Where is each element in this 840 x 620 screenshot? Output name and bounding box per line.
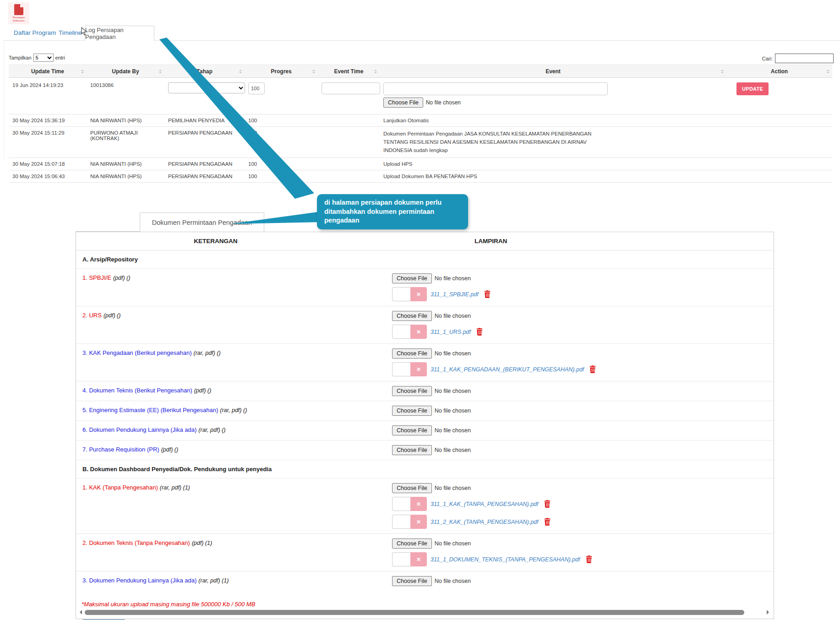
- upload-size-note: *Maksimal ukuran upload masing masing fi…: [76, 591, 774, 608]
- tab-daftar-program[interactable]: Daftar Program: [14, 29, 56, 36]
- trash-icon[interactable]: [544, 500, 551, 508]
- choose-file-button[interactable]: Choose File: [392, 445, 432, 455]
- choose-file-button[interactable]: Choose File: [392, 425, 432, 435]
- mouse-cursor-icon: [81, 27, 87, 36]
- log-table-header-row: Update Time Update By Tahap Progres Even…: [9, 65, 832, 78]
- search-input[interactable]: [775, 54, 834, 63]
- event-text-input[interactable]: [383, 82, 608, 95]
- event-time-input[interactable]: [322, 82, 380, 94]
- tab-bar: Daftar Program Timeline Log Persiapan Pe…: [4, 26, 840, 41]
- remove-attachment-button[interactable]: [410, 325, 427, 339]
- doc-item-label[interactable]: 5. Enginering Estimaste (EE) (Berikut Pe…: [82, 407, 218, 413]
- tahap-cell: PEMILIHAN PENYEDIA: [164, 114, 245, 127]
- progres-input[interactable]: [248, 82, 265, 94]
- scroll-left-icon[interactable]: [80, 610, 82, 615]
- doc-item-row: 4. Dokumen Teknis (Berikut Pengesahan)(p…: [76, 381, 774, 401]
- no-file-chosen-label: No file chosen: [435, 275, 471, 282]
- doc-item-meta: (pdf) (): [104, 312, 121, 319]
- page-length-select[interactable]: 5: [33, 54, 54, 62]
- no-file-chosen-label: No file chosen: [435, 447, 471, 453]
- tab-timeline[interactable]: Timeline: [59, 29, 82, 36]
- doc-item-label[interactable]: 1. KAK (Tanpa Pengesahan): [82, 484, 158, 491]
- col-update-by[interactable]: Update By: [87, 65, 164, 78]
- col-action[interactable]: Action: [726, 65, 832, 78]
- event-time-cell: [318, 158, 380, 170]
- trash-icon[interactable]: [544, 518, 551, 526]
- remove-attachment-button[interactable]: [410, 362, 427, 376]
- doc-table-header: KETERANGAN LAMPIRAN: [76, 232, 774, 250]
- remove-attachment-button[interactable]: [410, 497, 427, 511]
- doc-item-label[interactable]: 4. Dokumen Teknis (Berikut Pengesahan): [82, 387, 192, 394]
- col-tahap[interactable]: Tahap: [164, 65, 245, 78]
- tab-log-persiapan-pengadaan[interactable]: Log Persiapan Pengadaan: [85, 26, 154, 41]
- tab-dokumen-permintaan-pengadaan[interactable]: Dokumen Permintaan Pengadaan: [140, 212, 264, 232]
- remove-attachment-button[interactable]: [410, 287, 427, 301]
- attachment-box[interactable]: [392, 362, 410, 376]
- doc-item-label[interactable]: 3. KAK Pengadaan (Berikut pengesahan): [82, 349, 192, 356]
- choose-file-button[interactable]: Choose File: [392, 406, 432, 416]
- doc-item-label[interactable]: 2. Dokumen Teknis (Tanpa Pengesahan): [82, 539, 190, 546]
- attachment-file-link[interactable]: 311_2_KAK_(TANPA_PENGESAHAN).pdf: [431, 519, 539, 525]
- log-row: 30 May 2024 15:11:29 PURWONO ATMAJI (KON…: [9, 127, 832, 158]
- update-time-cell: 30 May 2024 15:06:43: [9, 170, 87, 183]
- trash-icon[interactable]: [476, 328, 483, 336]
- trash-icon[interactable]: [484, 290, 491, 298]
- scroll-right-icon[interactable]: [767, 610, 769, 615]
- event-cell: Dokumen Permintaan Pengadaan JASA KONSUL…: [380, 127, 726, 158]
- log-table: Update Time Update By Tahap Progres Even…: [9, 65, 832, 183]
- attachment-box[interactable]: [392, 515, 410, 529]
- doc-item-label[interactable]: 1. SPBJI/E: [82, 274, 111, 281]
- progres-cell: 100: [245, 170, 318, 183]
- update-time-cell: 30 May 2024 15:07:18: [9, 158, 87, 170]
- doc-item-meta: (pdf) (): [194, 387, 212, 394]
- attachment-file-link[interactable]: 311_1_DOKUMEN_TEKNIS_(TANPA_PENGESAHAN).…: [431, 556, 580, 563]
- attachment-box[interactable]: [392, 287, 410, 301]
- choose-file-button[interactable]: Choose File: [392, 483, 432, 493]
- col-update-time[interactable]: Update Time: [9, 65, 87, 78]
- attachment-file-link[interactable]: 311_1_SPBJIE.pdf: [431, 291, 479, 298]
- sort-icon: [374, 70, 377, 73]
- remove-attachment-button[interactable]: [410, 552, 427, 566]
- attachment-file-link[interactable]: 311_1_KAK_PENGADAAN_(BERIKUT_PENGESAHAN)…: [431, 366, 584, 373]
- doc-item-row: 2. Dokumen Teknis (Tanpa Pengesahan)(pdf…: [76, 534, 774, 571]
- doc-item-label[interactable]: 2. URS: [82, 312, 102, 319]
- doc-item-label[interactable]: 3. Dokumen Pendukung Lainnya (Jika ada): [82, 577, 196, 584]
- no-file-chosen-label: No file chosen: [435, 485, 471, 491]
- annotation-callout: di halaman persiapan dokumen perlu ditam…: [317, 194, 468, 229]
- choose-file-button[interactable]: Choose File: [392, 273, 432, 283]
- attachment-box[interactable]: [392, 497, 410, 511]
- event-time-cell: [318, 170, 380, 183]
- choose-file-button[interactable]: Choose File: [392, 538, 432, 549]
- doc-item-label[interactable]: 6. Dokumen Pendukung Lainnya (Jika ada): [82, 426, 196, 433]
- update-button[interactable]: UPDATE: [736, 82, 769, 95]
- choose-file-button[interactable]: Choose File: [392, 386, 432, 396]
- horizontal-scrollbar[interactable]: [80, 609, 769, 615]
- trash-icon[interactable]: [586, 555, 592, 563]
- tahap-select[interactable]: [168, 82, 245, 93]
- keterangan-header: KETERANGAN: [76, 238, 355, 245]
- scrollbar-thumb[interactable]: [85, 610, 744, 615]
- log-persiapan-panel: Tampilkan 5 entri Cari: Update Time Upda…: [4, 41, 840, 159]
- choose-file-button[interactable]: Choose File: [383, 98, 423, 108]
- doc-item-label[interactable]: 7. Purchase Requisition (PR): [82, 446, 159, 453]
- col-event-time[interactable]: Event Time: [318, 65, 380, 78]
- col-progres[interactable]: Progres: [245, 65, 318, 78]
- attachment-row: 311_1_KAK_(TANPA_PENGESAHAN).pdf: [392, 497, 774, 511]
- event-cell: Lanjutkan Otomatis: [380, 114, 726, 127]
- doc-item-row: 3. Dokumen Pendukung Lainnya (Jika ada)(…: [76, 571, 774, 591]
- section-title-b: B. Dokumen Dashboard Penyedia/Dok. Pendu…: [76, 460, 774, 479]
- persiapan-dokumen-shortcut[interactable]: Persiapan Dokumen: [8, 2, 29, 24]
- attachment-box[interactable]: [392, 552, 410, 566]
- remove-attachment-button[interactable]: [410, 515, 427, 529]
- attachment-file-link[interactable]: 311_1_URS.pdf: [431, 329, 471, 335]
- col-event[interactable]: Event: [380, 65, 726, 78]
- attachment-box[interactable]: [392, 325, 410, 339]
- length-label-prefix: Tampilkan: [9, 55, 32, 60]
- no-file-chosen-label: No file chosen: [435, 540, 471, 547]
- choose-file-button[interactable]: Choose File: [392, 348, 432, 359]
- choose-file-button[interactable]: Choose File: [392, 576, 432, 586]
- attachment-file-link[interactable]: 311_1_KAK_(TANPA_PENGESAHAN).pdf: [431, 501, 539, 507]
- doc-item-row: 1. SPBJI/E(pdf) () Choose FileNo file ch…: [76, 269, 774, 306]
- choose-file-button[interactable]: Choose File: [392, 311, 432, 321]
- trash-icon[interactable]: [589, 365, 596, 373]
